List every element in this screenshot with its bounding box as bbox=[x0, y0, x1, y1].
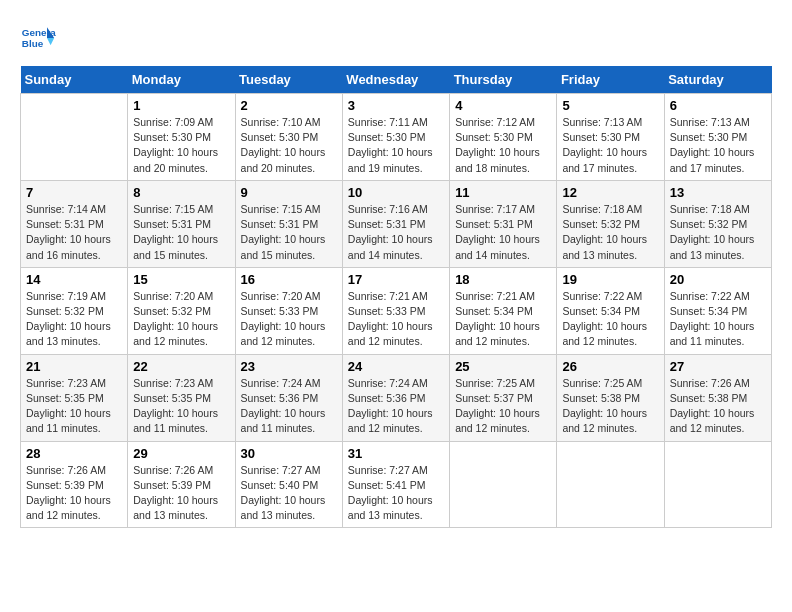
day-number: 5 bbox=[562, 98, 658, 113]
day-info: Sunrise: 7:23 AMSunset: 5:35 PMDaylight:… bbox=[133, 376, 229, 437]
day-info: Sunrise: 7:18 AMSunset: 5:32 PMDaylight:… bbox=[562, 202, 658, 263]
day-info: Sunrise: 7:16 AMSunset: 5:31 PMDaylight:… bbox=[348, 202, 444, 263]
calendar-cell: 19Sunrise: 7:22 AMSunset: 5:34 PMDayligh… bbox=[557, 267, 664, 354]
day-number: 26 bbox=[562, 359, 658, 374]
calendar-cell: 22Sunrise: 7:23 AMSunset: 5:35 PMDayligh… bbox=[128, 354, 235, 441]
calendar-cell: 29Sunrise: 7:26 AMSunset: 5:39 PMDayligh… bbox=[128, 441, 235, 528]
day-info: Sunrise: 7:27 AMSunset: 5:41 PMDaylight:… bbox=[348, 463, 444, 524]
day-info: Sunrise: 7:26 AMSunset: 5:38 PMDaylight:… bbox=[670, 376, 766, 437]
day-number: 31 bbox=[348, 446, 444, 461]
day-number: 1 bbox=[133, 98, 229, 113]
calendar-cell: 24Sunrise: 7:24 AMSunset: 5:36 PMDayligh… bbox=[342, 354, 449, 441]
day-number: 24 bbox=[348, 359, 444, 374]
day-info: Sunrise: 7:22 AMSunset: 5:34 PMDaylight:… bbox=[562, 289, 658, 350]
svg-text:Blue: Blue bbox=[22, 38, 44, 49]
calendar-cell: 10Sunrise: 7:16 AMSunset: 5:31 PMDayligh… bbox=[342, 180, 449, 267]
calendar-cell: 7Sunrise: 7:14 AMSunset: 5:31 PMDaylight… bbox=[21, 180, 128, 267]
calendar-cell: 2Sunrise: 7:10 AMSunset: 5:30 PMDaylight… bbox=[235, 94, 342, 181]
day-info: Sunrise: 7:24 AMSunset: 5:36 PMDaylight:… bbox=[241, 376, 337, 437]
calendar-cell: 13Sunrise: 7:18 AMSunset: 5:32 PMDayligh… bbox=[664, 180, 771, 267]
day-info: Sunrise: 7:15 AMSunset: 5:31 PMDaylight:… bbox=[241, 202, 337, 263]
day-info: Sunrise: 7:27 AMSunset: 5:40 PMDaylight:… bbox=[241, 463, 337, 524]
calendar-cell: 3Sunrise: 7:11 AMSunset: 5:30 PMDaylight… bbox=[342, 94, 449, 181]
day-info: Sunrise: 7:14 AMSunset: 5:31 PMDaylight:… bbox=[26, 202, 122, 263]
day-number: 13 bbox=[670, 185, 766, 200]
calendar-cell: 14Sunrise: 7:19 AMSunset: 5:32 PMDayligh… bbox=[21, 267, 128, 354]
week-row-3: 14Sunrise: 7:19 AMSunset: 5:32 PMDayligh… bbox=[21, 267, 772, 354]
calendar-cell: 21Sunrise: 7:23 AMSunset: 5:35 PMDayligh… bbox=[21, 354, 128, 441]
weekday-header-wednesday: Wednesday bbox=[342, 66, 449, 94]
calendar-cell: 9Sunrise: 7:15 AMSunset: 5:31 PMDaylight… bbox=[235, 180, 342, 267]
calendar-cell: 16Sunrise: 7:20 AMSunset: 5:33 PMDayligh… bbox=[235, 267, 342, 354]
calendar-cell: 5Sunrise: 7:13 AMSunset: 5:30 PMDaylight… bbox=[557, 94, 664, 181]
day-info: Sunrise: 7:12 AMSunset: 5:30 PMDaylight:… bbox=[455, 115, 551, 176]
calendar-cell: 4Sunrise: 7:12 AMSunset: 5:30 PMDaylight… bbox=[450, 94, 557, 181]
calendar-cell: 31Sunrise: 7:27 AMSunset: 5:41 PMDayligh… bbox=[342, 441, 449, 528]
day-number: 19 bbox=[562, 272, 658, 287]
week-row-1: 1Sunrise: 7:09 AMSunset: 5:30 PMDaylight… bbox=[21, 94, 772, 181]
weekday-header-saturday: Saturday bbox=[664, 66, 771, 94]
day-info: Sunrise: 7:21 AMSunset: 5:33 PMDaylight:… bbox=[348, 289, 444, 350]
calendar-cell bbox=[450, 441, 557, 528]
day-info: Sunrise: 7:13 AMSunset: 5:30 PMDaylight:… bbox=[670, 115, 766, 176]
logo: General Blue bbox=[20, 20, 56, 56]
weekday-header-row: SundayMondayTuesdayWednesdayThursdayFrid… bbox=[21, 66, 772, 94]
day-number: 8 bbox=[133, 185, 229, 200]
day-number: 14 bbox=[26, 272, 122, 287]
week-row-4: 21Sunrise: 7:23 AMSunset: 5:35 PMDayligh… bbox=[21, 354, 772, 441]
calendar-cell: 20Sunrise: 7:22 AMSunset: 5:34 PMDayligh… bbox=[664, 267, 771, 354]
day-info: Sunrise: 7:13 AMSunset: 5:30 PMDaylight:… bbox=[562, 115, 658, 176]
day-number: 23 bbox=[241, 359, 337, 374]
day-number: 25 bbox=[455, 359, 551, 374]
weekday-header-friday: Friday bbox=[557, 66, 664, 94]
day-number: 18 bbox=[455, 272, 551, 287]
day-number: 21 bbox=[26, 359, 122, 374]
weekday-header-thursday: Thursday bbox=[450, 66, 557, 94]
day-info: Sunrise: 7:26 AMSunset: 5:39 PMDaylight:… bbox=[26, 463, 122, 524]
calendar-cell: 23Sunrise: 7:24 AMSunset: 5:36 PMDayligh… bbox=[235, 354, 342, 441]
calendar-cell: 25Sunrise: 7:25 AMSunset: 5:37 PMDayligh… bbox=[450, 354, 557, 441]
day-info: Sunrise: 7:19 AMSunset: 5:32 PMDaylight:… bbox=[26, 289, 122, 350]
calendar-cell bbox=[557, 441, 664, 528]
day-number: 7 bbox=[26, 185, 122, 200]
calendar-cell: 12Sunrise: 7:18 AMSunset: 5:32 PMDayligh… bbox=[557, 180, 664, 267]
day-info: Sunrise: 7:23 AMSunset: 5:35 PMDaylight:… bbox=[26, 376, 122, 437]
day-info: Sunrise: 7:24 AMSunset: 5:36 PMDaylight:… bbox=[348, 376, 444, 437]
day-number: 29 bbox=[133, 446, 229, 461]
day-info: Sunrise: 7:25 AMSunset: 5:38 PMDaylight:… bbox=[562, 376, 658, 437]
page-header: General Blue bbox=[20, 20, 772, 56]
day-info: Sunrise: 7:18 AMSunset: 5:32 PMDaylight:… bbox=[670, 202, 766, 263]
day-info: Sunrise: 7:20 AMSunset: 5:32 PMDaylight:… bbox=[133, 289, 229, 350]
logo-icon: General Blue bbox=[20, 20, 56, 56]
week-row-2: 7Sunrise: 7:14 AMSunset: 5:31 PMDaylight… bbox=[21, 180, 772, 267]
calendar-table: SundayMondayTuesdayWednesdayThursdayFrid… bbox=[20, 66, 772, 528]
day-number: 12 bbox=[562, 185, 658, 200]
day-info: Sunrise: 7:25 AMSunset: 5:37 PMDaylight:… bbox=[455, 376, 551, 437]
calendar-cell bbox=[21, 94, 128, 181]
calendar-cell: 30Sunrise: 7:27 AMSunset: 5:40 PMDayligh… bbox=[235, 441, 342, 528]
day-info: Sunrise: 7:09 AMSunset: 5:30 PMDaylight:… bbox=[133, 115, 229, 176]
day-number: 22 bbox=[133, 359, 229, 374]
day-number: 28 bbox=[26, 446, 122, 461]
calendar-cell bbox=[664, 441, 771, 528]
day-info: Sunrise: 7:15 AMSunset: 5:31 PMDaylight:… bbox=[133, 202, 229, 263]
calendar-cell: 26Sunrise: 7:25 AMSunset: 5:38 PMDayligh… bbox=[557, 354, 664, 441]
calendar-cell: 18Sunrise: 7:21 AMSunset: 5:34 PMDayligh… bbox=[450, 267, 557, 354]
day-number: 30 bbox=[241, 446, 337, 461]
day-number: 20 bbox=[670, 272, 766, 287]
calendar-cell: 27Sunrise: 7:26 AMSunset: 5:38 PMDayligh… bbox=[664, 354, 771, 441]
week-row-5: 28Sunrise: 7:26 AMSunset: 5:39 PMDayligh… bbox=[21, 441, 772, 528]
day-info: Sunrise: 7:11 AMSunset: 5:30 PMDaylight:… bbox=[348, 115, 444, 176]
day-number: 9 bbox=[241, 185, 337, 200]
calendar-cell: 8Sunrise: 7:15 AMSunset: 5:31 PMDaylight… bbox=[128, 180, 235, 267]
calendar-cell: 1Sunrise: 7:09 AMSunset: 5:30 PMDaylight… bbox=[128, 94, 235, 181]
weekday-header-tuesday: Tuesday bbox=[235, 66, 342, 94]
day-number: 11 bbox=[455, 185, 551, 200]
day-number: 17 bbox=[348, 272, 444, 287]
calendar-cell: 15Sunrise: 7:20 AMSunset: 5:32 PMDayligh… bbox=[128, 267, 235, 354]
calendar-cell: 6Sunrise: 7:13 AMSunset: 5:30 PMDaylight… bbox=[664, 94, 771, 181]
day-info: Sunrise: 7:20 AMSunset: 5:33 PMDaylight:… bbox=[241, 289, 337, 350]
day-number: 2 bbox=[241, 98, 337, 113]
day-number: 10 bbox=[348, 185, 444, 200]
weekday-header-sunday: Sunday bbox=[21, 66, 128, 94]
